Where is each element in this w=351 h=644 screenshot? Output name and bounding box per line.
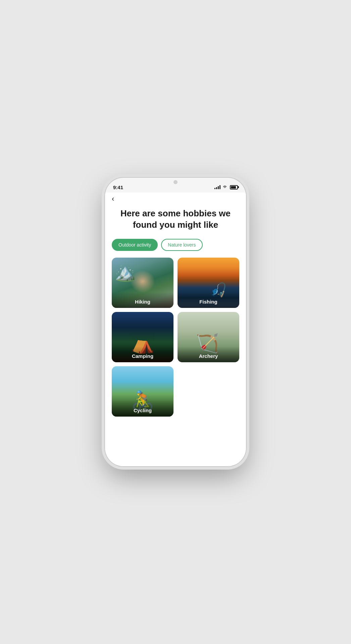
hobby-label-cycling: Cycling: [112, 401, 173, 417]
hobby-card-camping[interactable]: Camping: [112, 312, 173, 362]
battery-icon: [230, 185, 238, 190]
hobby-label-archery: Archery: [178, 346, 239, 362]
signal-icon: [214, 185, 220, 189]
phone-shell: 9:41 ‹ Here are some hobbies we found yo…: [105, 178, 246, 466]
hobby-card-cycling[interactable]: Cycling: [112, 366, 173, 417]
filter-chips: Outdoor activity Nature lovers: [112, 239, 239, 251]
phone-notch: [152, 178, 199, 187]
hobbies-grid: Hiking Fishing Camping Archery Cycling: [112, 258, 239, 417]
hobby-card-archery[interactable]: Archery: [178, 312, 239, 362]
page-title: Here are some hobbies we found you might…: [112, 208, 239, 231]
hobby-label-fishing: Fishing: [178, 292, 239, 308]
filter-chip-nature[interactable]: Nature lovers: [161, 239, 202, 251]
status-time: 9:41: [113, 184, 123, 190]
hobby-label-camping: Camping: [112, 346, 173, 362]
hobby-label-hiking: Hiking: [112, 292, 173, 308]
hobby-card-fishing[interactable]: Fishing: [178, 258, 239, 308]
back-button[interactable]: ‹: [112, 195, 114, 203]
status-icons: [214, 185, 238, 190]
hobby-card-hiking[interactable]: Hiking: [112, 258, 173, 308]
wifi-icon: [222, 185, 228, 189]
screen-content: ‹ Here are some hobbies we found you mig…: [105, 193, 246, 466]
filter-chip-outdoor[interactable]: Outdoor activity: [112, 239, 158, 251]
